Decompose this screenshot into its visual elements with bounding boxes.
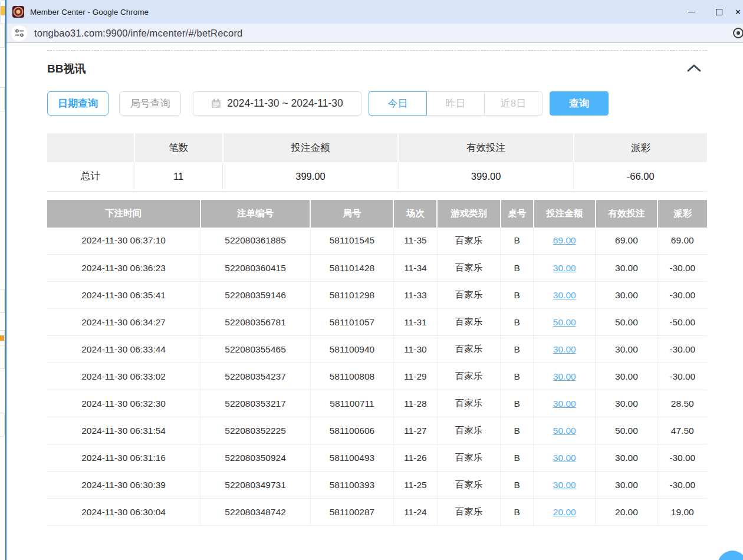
- header-game-type: 游戏类别: [437, 200, 500, 228]
- round-number: 581101298: [310, 282, 393, 309]
- bet-amount-link[interactable]: 30.00: [553, 344, 576, 354]
- bet-amount-link[interactable]: 69.00: [553, 235, 576, 245]
- summary-header-payout: 派彩: [574, 133, 707, 162]
- bet-amount-link[interactable]: 20.00: [553, 507, 576, 517]
- bet-amount-link[interactable]: 30.00: [553, 453, 576, 463]
- site-settings-icon[interactable]: [11, 25, 27, 41]
- header-bet-amount: 投注金额: [534, 200, 596, 228]
- window-controls: ✕: [678, 0, 743, 24]
- round-query-tab[interactable]: 局号查询: [119, 91, 181, 116]
- bet-amount-link[interactable]: 50.00: [553, 317, 576, 327]
- bet-time: 2024-11-30 06:37:10: [47, 228, 200, 255]
- maximize-button[interactable]: [705, 0, 732, 24]
- table-number: B: [501, 255, 534, 282]
- calendar-icon: [211, 98, 221, 108]
- close-button[interactable]: ✕: [732, 0, 743, 24]
- today-button[interactable]: 今日: [369, 91, 427, 116]
- bet-amount-link[interactable]: 30.00: [553, 371, 576, 381]
- last8days-button[interactable]: 近8日: [484, 91, 543, 116]
- search-button[interactable]: 查询: [550, 91, 609, 116]
- bet-amount-link[interactable]: 30.00: [553, 263, 576, 273]
- valid-bet: 20.00: [596, 499, 657, 526]
- target-icon: [731, 26, 743, 40]
- round-number: 581101428: [310, 255, 393, 282]
- maximize-icon: [716, 9, 722, 15]
- filter-toolbar: 日期查询 局号查询 2024-11-30 ~ 2024-11-30 今日: [47, 91, 707, 116]
- form-pencil-icon: [725, 558, 740, 560]
- game-type: 百家乐: [437, 336, 500, 363]
- minimize-button[interactable]: [678, 0, 705, 24]
- bet-amount: 30.00: [534, 282, 596, 309]
- game-type: 百家乐: [437, 444, 500, 472]
- folder-icon: [1, 6, 5, 15]
- background-artwork-fragment: [0, 413, 5, 437]
- bet-time: 2024-11-30 06:30:39: [47, 472, 200, 499]
- order-number: 522080359146: [200, 282, 311, 309]
- background-window-strip: 强: [0, 0, 5, 560]
- url-text[interactable]: tongbao31.com:9900/infe/mcenter/#/betRec…: [34, 28, 243, 39]
- bet-amount-link[interactable]: 30.00: [553, 480, 576, 490]
- summary-header-bet-amount: 投注金额: [223, 133, 399, 162]
- bet-amount-link[interactable]: 50.00: [553, 426, 576, 436]
- feedback-button[interactable]: [718, 551, 743, 560]
- banner-text-fragment: [0, 335, 5, 341]
- table-number: B: [501, 499, 534, 526]
- header-payout: 派彩: [657, 200, 707, 228]
- summary-header-valid-bet: 有效投注: [398, 133, 574, 162]
- summary-count: 11: [134, 162, 223, 191]
- round-number: 581101545: [310, 228, 393, 255]
- tune-icon: [15, 28, 24, 38]
- game-type: 百家乐: [437, 472, 500, 499]
- window-title: Member Center - Google Chrome: [30, 8, 149, 17]
- qr-code-fragment: [0, 289, 5, 313]
- summary-header-row: 笔数 投注金额 有效投注 派彩: [47, 133, 707, 162]
- summary-payout: -66.00: [574, 162, 707, 191]
- game-type: 百家乐: [437, 228, 500, 255]
- bet-amount: 30.00: [534, 255, 596, 282]
- bet-time: 2024-11-30 06:31:16: [47, 444, 200, 472]
- bet-time: 2024-11-30 06:36:23: [47, 255, 200, 282]
- bet-amount: 50.00: [534, 417, 596, 444]
- game-type: 百家乐: [437, 282, 500, 309]
- header-bet-time: 下注时间: [47, 200, 200, 228]
- round-number: 581100808: [310, 363, 393, 390]
- panel-title: BB视讯: [47, 61, 86, 77]
- background-window-titlebar: [0, 0, 5, 24]
- order-number: 522080356781: [200, 309, 311, 336]
- game-type: 百家乐: [437, 390, 500, 417]
- summary-bet-amount: 399.00: [223, 162, 399, 191]
- header-order-number: 注单编号: [200, 200, 311, 228]
- payout: -50.00: [657, 309, 707, 336]
- window-titlebar: Member Center - Google Chrome ✕: [6, 0, 743, 24]
- bet-amount-link[interactable]: 30.00: [553, 398, 576, 409]
- date-query-tab[interactable]: 日期查询: [47, 91, 109, 116]
- yesterday-button[interactable]: 昨日: [426, 91, 485, 116]
- bet-amount-link[interactable]: 30.00: [553, 290, 576, 300]
- header-round-number: 局号: [310, 200, 393, 228]
- bet-amount: 30.00: [534, 390, 596, 417]
- session: 11-35: [393, 228, 437, 255]
- payout: -30.00: [657, 255, 707, 282]
- bet-amount: 30.00: [534, 363, 596, 390]
- bet-time: 2024-11-30 06:34:27: [47, 309, 200, 336]
- table-row: 2024-11-30 06:30:04522080348742581100287…: [47, 499, 707, 526]
- record-target-icon[interactable]: [731, 26, 743, 42]
- bet-amount: 30.00: [534, 444, 596, 472]
- session: 11-31: [393, 309, 437, 336]
- payout: -30.00: [657, 363, 707, 390]
- round-number: 581101057: [310, 309, 393, 336]
- background-window-toolbar: 强: [0, 24, 5, 48]
- page-content: BB视讯 日期查询 局号查询: [6, 50, 743, 560]
- table-row: 2024-11-30 06:31:16522080350924581100493…: [47, 444, 707, 472]
- bet-time: 2024-11-30 06:32:30: [47, 390, 200, 417]
- order-number: 522080354237: [200, 363, 311, 390]
- table-number: B: [501, 282, 534, 309]
- screen: 强 Member Center - Google Chrome ✕: [0, 0, 743, 560]
- table-row: 2024-11-30 06:33:44522080355465581100940…: [47, 336, 707, 363]
- game-type: 百家乐: [437, 417, 500, 444]
- header-table-number: 桌号: [501, 200, 534, 228]
- date-range-input[interactable]: 2024-11-30 ~ 2024-11-30: [193, 91, 361, 116]
- chevron-up-icon[interactable]: [686, 63, 702, 75]
- header-valid-bet: 有效投注: [596, 200, 657, 228]
- url-bar: tongbao31.com:9900/infe/mcenter/#/betRec…: [6, 24, 743, 43]
